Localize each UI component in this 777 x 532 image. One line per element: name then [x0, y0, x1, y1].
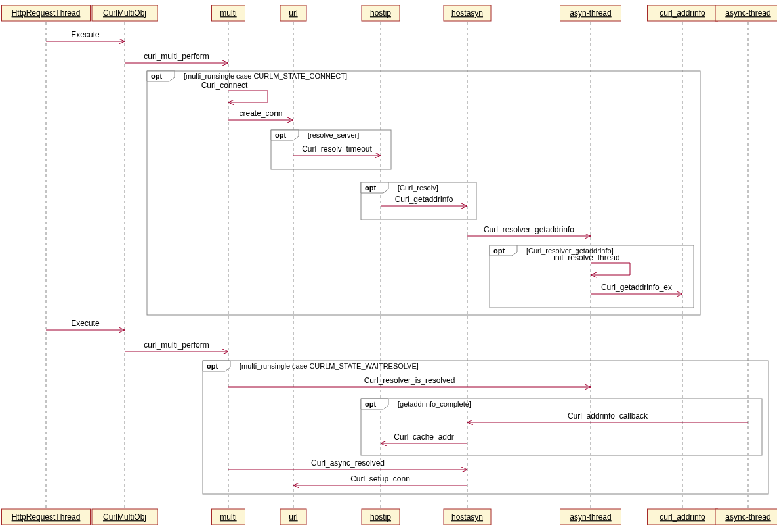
participant-label: curl_addrinfo: [660, 512, 705, 522]
fragment-guard: [multi_runsingle case CURLM_STATE_WAITRE…: [240, 362, 419, 370]
fragment-f5: opt[multi_runsingle case CURLM_STATE_WAI…: [203, 361, 768, 494]
svg-rect-0: [147, 71, 700, 315]
message-label: Curl_getaddrinfo: [395, 195, 453, 204]
participant-p3: url: [280, 509, 306, 525]
participant-p0: HttpRequestThread: [2, 5, 91, 21]
message-label: Curl_setup_conn: [350, 474, 410, 483]
message-m3: Curl_connect: [201, 81, 268, 105]
participant-label: CurlMultiObj: [103, 9, 146, 18]
participant-label: HttpRequestThread: [12, 9, 81, 18]
message-label: Execute: [71, 30, 100, 39]
participant-p1: CurlMultiObj: [92, 509, 158, 525]
message-label: Curl_resolv_timeout: [302, 144, 372, 153]
fragment-guard: [resolve_server]: [308, 131, 359, 139]
fragment-f6: opt[getaddrinfo_complete]: [361, 399, 762, 455]
participant-p8: async-thread: [715, 509, 777, 525]
participant-label: async-thread: [725, 512, 770, 522]
message-m16: Curl_setup_conn: [293, 474, 467, 485]
participant-label: hostip: [370, 512, 391, 522]
fragment-label: opt: [275, 131, 286, 139]
message-label: Curl_cache_addr: [394, 432, 453, 441]
participant-p6: asyn-thread: [560, 509, 621, 525]
message-m10: Execute: [46, 319, 125, 330]
message-m7: Curl_resolver_getaddrinfo: [467, 225, 591, 236]
message-label: Curl_connect: [201, 81, 248, 90]
participant-p5: hostasyn: [444, 509, 491, 525]
participant-p4: hostip: [362, 509, 400, 525]
participant-p0: HttpRequestThread: [2, 509, 91, 525]
message-m12: Curl_resolver_is_resolved: [228, 376, 591, 387]
participant-label: url: [289, 9, 297, 18]
fragment-f1: opt[multi_runsingle case CURLM_STATE_CON…: [147, 71, 700, 315]
fragment-guard: [Curl_resolv]: [398, 184, 438, 192]
participant-label: multi: [220, 9, 236, 18]
message-label: init_resolve_thread: [553, 253, 620, 262]
participant-p2: multi: [212, 509, 245, 525]
message-label: Curl_addrinfo_callback: [568, 411, 648, 420]
participant-p4: hostip: [362, 5, 400, 21]
message-label: curl_multi_perform: [144, 340, 209, 350]
message-label: Curl_resolver_is_resolved: [364, 376, 455, 385]
participant-p7: curl_addrinfo: [648, 509, 718, 525]
fragment-label: opt: [365, 184, 376, 192]
participant-p3: url: [280, 5, 306, 21]
fragment-guard: [multi_runsingle case CURLM_STATE_CONNEC…: [184, 72, 347, 80]
message-m8: init_resolve_thread: [553, 253, 630, 277]
participant-label: async-thread: [725, 9, 770, 18]
message-m1: Execute: [46, 30, 125, 41]
participant-p1: CurlMultiObj: [92, 5, 158, 21]
message-m6: Curl_getaddrinfo: [381, 195, 467, 206]
fragment-label: opt: [494, 247, 505, 255]
participant-label: multi: [220, 512, 236, 522]
participant-p6: asyn-thread: [560, 5, 621, 21]
message-m2: curl_multi_perform: [125, 52, 228, 63]
participant-label: hostasyn: [452, 512, 483, 522]
message-label: create_conn: [239, 109, 282, 118]
sequence-diagram: opt[multi_runsingle case CURLM_STATE_CON…: [0, 0, 777, 532]
participant-p2: multi: [212, 5, 245, 21]
participant-label: hostasyn: [452, 9, 483, 18]
message-label: Curl_async_resolved: [311, 459, 385, 468]
fragment-label: opt: [365, 400, 376, 408]
message-m5: Curl_resolv_timeout: [293, 144, 381, 155]
message-m13: Curl_addrinfo_callback: [467, 411, 748, 422]
fragment-label: opt: [207, 362, 218, 370]
participant-label: HttpRequestThread: [12, 512, 81, 522]
participant-label: url: [289, 512, 297, 522]
fragment-guard: [getaddrinfo_complete]: [398, 400, 471, 408]
participant-p7: curl_addrinfo: [648, 5, 718, 21]
participant-label: asyn-thread: [570, 9, 611, 18]
message-label: Execute: [71, 319, 100, 328]
participant-label: hostip: [370, 9, 391, 18]
fragment-label: opt: [151, 72, 162, 80]
message-m9: Curl_getaddrinfo_ex: [591, 283, 682, 294]
message-m11: curl_multi_perform: [125, 340, 228, 352]
participant-label: asyn-thread: [570, 512, 611, 522]
svg-rect-8: [203, 361, 768, 494]
message-m15: Curl_async_resolved: [228, 459, 467, 470]
participant-p5: hostasyn: [444, 5, 491, 21]
message-label: Curl_getaddrinfo_ex: [601, 283, 672, 292]
message-label: curl_multi_perform: [144, 52, 209, 61]
message-m14: Curl_cache_addr: [381, 432, 467, 443]
participant-label: CurlMultiObj: [103, 512, 146, 522]
participant-p8: async-thread: [715, 5, 777, 21]
message-m4: create_conn: [228, 109, 293, 120]
participant-label: curl_addrinfo: [660, 9, 705, 18]
message-label: Curl_resolver_getaddrinfo: [484, 225, 574, 234]
